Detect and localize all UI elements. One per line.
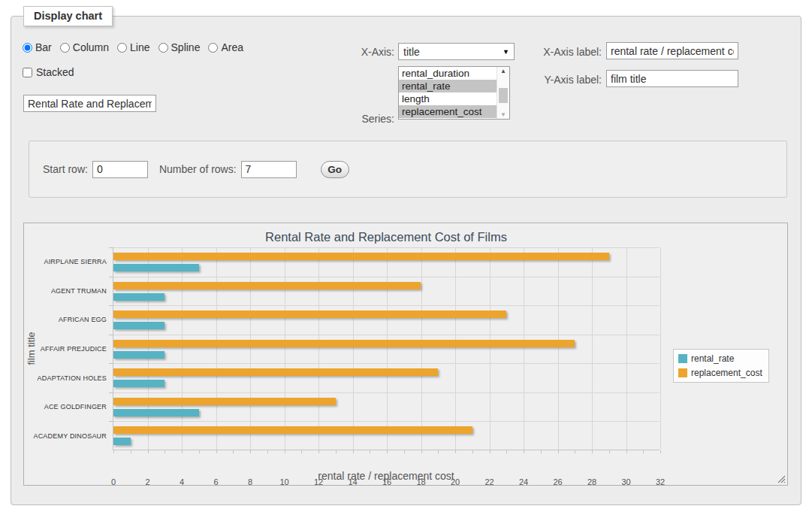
x-tick: [404, 450, 405, 453]
x-tick: [541, 450, 542, 453]
bar-rental_rate: [113, 322, 165, 329]
gridline: [113, 392, 660, 393]
resize-grip-icon[interactable]: [777, 475, 786, 483]
series-option-rental_duration[interactable]: rental_duration: [399, 67, 497, 80]
radio-area[interactable]: [208, 43, 218, 53]
series-options: rental_durationrental_ratelengthreplacem…: [399, 67, 509, 118]
gridline: [592, 247, 593, 450]
scroll-down-icon[interactable]: ▼: [497, 111, 509, 118]
chart-type-label: Bar: [35, 41, 52, 53]
chart-legend: rental_ratereplacement_cost: [673, 349, 769, 383]
x-tick: [267, 450, 268, 453]
x-tick: [336, 450, 337, 453]
gridline: [182, 247, 183, 450]
y-tick: [109, 305, 113, 306]
gridline: [490, 247, 491, 450]
scrollbar-thumb[interactable]: [499, 88, 508, 103]
x-tick: [301, 450, 302, 453]
category-label: AFRICAN EGG: [24, 316, 107, 323]
x-tick: [626, 450, 627, 453]
gridline: [660, 247, 661, 450]
bar-rental_rate: [113, 351, 165, 359]
radio-bar[interactable]: [23, 43, 32, 53]
chart-type-label: Area: [221, 41, 243, 53]
y-tick: [109, 247, 113, 248]
x-tick: [148, 450, 149, 453]
fieldset-legend: Display chart: [23, 6, 113, 26]
stacked-checkbox[interactable]: [23, 68, 32, 77]
legend-label: replacement_cost: [691, 368, 762, 378]
chart-category-labels: AIRPLANE SIERRAAGENT TRUMANAFRICAN EGGAF…: [24, 247, 107, 450]
y-axis-label-input[interactable]: [606, 70, 738, 87]
x-tick: [113, 450, 114, 453]
chart-type-label: Line: [130, 41, 149, 53]
category-label: ADAPTATION HOLES: [24, 374, 107, 382]
bar-rental_rate: [113, 438, 131, 445]
gridline: [113, 421, 660, 422]
start-row-label: Start row:: [43, 163, 88, 175]
radio-spline[interactable]: [158, 43, 168, 53]
gridline: [558, 247, 559, 450]
legend-item-replacement_cost[interactable]: replacement_cost: [678, 368, 762, 378]
bar-replacement_cost: [113, 368, 438, 376]
x-tick: [438, 450, 439, 453]
x-tick: [285, 450, 285, 453]
chart-plot-area: 02468101214161820222426283032: [113, 247, 660, 450]
x-tick: [592, 450, 593, 453]
category-label: AIRPLANE SIERRA: [24, 258, 107, 265]
legend-item-rental_rate[interactable]: rental_rate: [678, 353, 762, 364]
stacked-label[interactable]: Stacked: [36, 66, 74, 78]
category-label: ACADEMY DINOSAUR: [24, 432, 107, 440]
chart-x-axis-title: rental rate / replacement cost: [113, 470, 660, 482]
legend-label: rental_rate: [691, 353, 734, 364]
series-option-replacement_cost[interactable]: replacement_cost: [399, 105, 497, 118]
chart-title-input[interactable]: [23, 95, 156, 112]
row-controls-panel: Start row: Number of rows: Go: [29, 141, 787, 198]
bar-replacement_cost: [113, 340, 575, 347]
gridline: [113, 305, 660, 306]
x-axis-label-input[interactable]: [606, 42, 738, 59]
x-tick: [421, 450, 422, 453]
y-tick: [109, 363, 113, 364]
series-multiselect[interactable]: rental_durationrental_ratelengthreplacem…: [398, 66, 510, 120]
chart-type-radio-bar[interactable]: Bar: [23, 41, 52, 53]
y-axis-label-label: Y-Axis label:: [497, 74, 602, 86]
category-label: AFFAIR PREJUDICE: [24, 345, 107, 353]
go-button[interactable]: Go: [321, 161, 349, 178]
x-tick: [165, 450, 165, 453]
start-row-input[interactable]: [92, 161, 148, 178]
radio-column[interactable]: [60, 43, 70, 53]
x-tick: [660, 450, 661, 453]
series-option-length[interactable]: length: [399, 92, 497, 105]
bar-rental_rate: [113, 264, 199, 271]
x-tick: [182, 450, 183, 453]
chart-container: Rental Rate and Replacement Cost of Film…: [23, 223, 788, 486]
bar-replacement_cost: [113, 311, 506, 318]
y-tick: [109, 335, 113, 335]
radio-line[interactable]: [117, 43, 127, 53]
x-axis-selected-value: title: [403, 46, 420, 58]
chart-type-radio-spline[interactable]: Spline: [158, 41, 201, 53]
x-tick: [199, 450, 200, 453]
chart-type-radio-line[interactable]: Line: [117, 41, 149, 53]
gridline: [387, 247, 388, 450]
gridline: [285, 247, 285, 450]
bar-rental_rate: [113, 293, 165, 301]
x-tick: [490, 450, 491, 453]
gridline: [626, 247, 627, 450]
x-tick: [318, 450, 319, 453]
x-tick: [370, 450, 370, 453]
x-tick: [609, 450, 610, 453]
gridline: [148, 247, 149, 450]
gridline: [524, 247, 524, 450]
number-of-rows-label: Number of rows:: [159, 163, 237, 175]
chart-type-radio-column[interactable]: Column: [60, 41, 109, 53]
series-label: Series:: [304, 113, 394, 125]
bar-replacement_cost: [113, 282, 421, 289]
number-of-rows-input[interactable]: [241, 161, 297, 178]
gridline: [113, 247, 660, 248]
chart-type-radio-area[interactable]: Area: [208, 41, 243, 53]
x-tick: [506, 450, 507, 453]
series-option-rental_rate[interactable]: rental_rate: [399, 80, 497, 92]
x-tick: [558, 450, 559, 453]
